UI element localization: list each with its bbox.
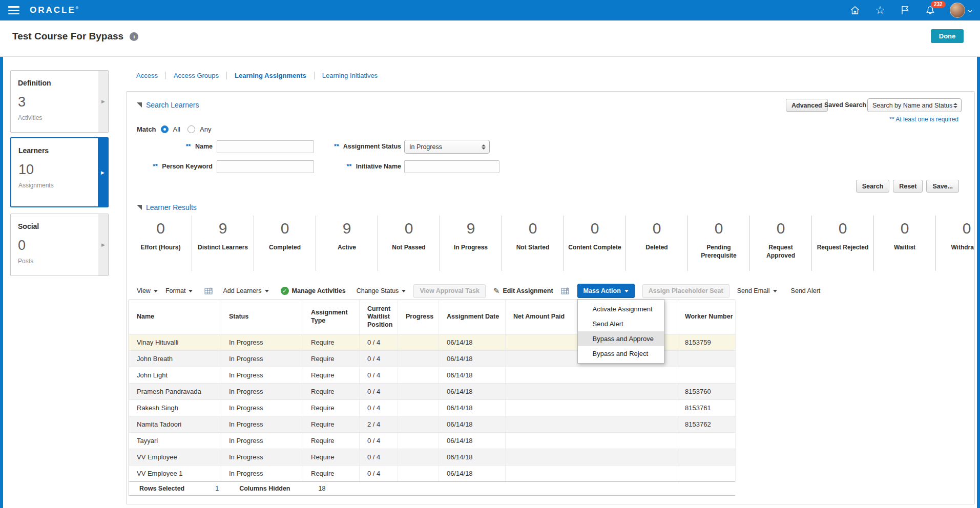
menu-item-activate-assignment[interactable]: Activate Assignment xyxy=(578,302,664,316)
flag-icon[interactable] xyxy=(900,5,911,16)
tab-access-groups[interactable]: Access Groups xyxy=(166,72,226,79)
column-header-current-waitlist-position[interactable]: Current Waitlist Position xyxy=(360,300,398,334)
mass-action-button[interactable]: Mass Action xyxy=(577,284,635,298)
cell-waitlist: 0 / 4 xyxy=(360,465,398,481)
saved-search-label: Saved Search xyxy=(824,101,866,109)
cell-waitlist: 0 / 4 xyxy=(360,383,398,399)
notifications-bell-icon[interactable]: 232 xyxy=(925,5,936,16)
cell-name: VV Employee xyxy=(129,449,221,465)
column-header-progress[interactable]: Progress xyxy=(398,300,439,334)
tab-learning-initiatives[interactable]: Learning Initiatives xyxy=(315,72,385,79)
table-row[interactable]: John LightIn ProgressRequire0 / 406/14/1… xyxy=(129,367,735,383)
cell-name: VV Employee 1 xyxy=(129,465,221,481)
send-email-menu-button[interactable]: Send Email xyxy=(737,287,777,294)
cell-worker xyxy=(677,465,736,481)
match-any-radio[interactable] xyxy=(187,125,195,133)
table-row[interactable]: Rakesh SinghIn ProgressRequire0 / 406/14… xyxy=(129,399,735,416)
cell-name: Pramesh Pandravada xyxy=(129,383,221,399)
sidebar-card-social[interactable]: Social 0 Posts ▶ xyxy=(10,214,109,276)
cell-net-amount xyxy=(506,367,677,383)
user-avatar[interactable] xyxy=(950,3,965,18)
navigation-menu-icon[interactable] xyxy=(8,6,19,14)
tab-access[interactable]: Access xyxy=(136,72,165,79)
freeze-table-icon[interactable] xyxy=(204,287,213,295)
save-button[interactable]: Save... xyxy=(926,180,959,193)
card-expand-arrow-icon[interactable]: ▶ xyxy=(98,138,108,206)
view-approval-task-button[interactable]: View Approval Task xyxy=(413,284,485,298)
card-expand-arrow-icon[interactable]: ▶ xyxy=(98,71,108,132)
change-status-menu-button[interactable]: Change Status xyxy=(357,287,406,294)
manage-activities-button[interactable]: ✓Manage Activities xyxy=(281,287,346,295)
view-menu-button[interactable]: View xyxy=(137,287,158,294)
cell-type: Require xyxy=(303,432,360,449)
menu-item-bypass-and-reject[interactable]: Bypass and Reject xyxy=(578,346,664,361)
cell-name: Rakesh Singh xyxy=(129,399,221,416)
user-menu[interactable] xyxy=(950,3,972,18)
cell-date: 06/14/18 xyxy=(439,465,506,481)
notification-count-badge: 232 xyxy=(931,1,946,8)
match-label: Match xyxy=(137,125,156,133)
reset-button[interactable]: Reset xyxy=(893,180,923,193)
table-row[interactable]: Pramesh PandravadaIn ProgressRequire0 / … xyxy=(129,383,735,399)
search-button[interactable]: Search xyxy=(856,180,890,193)
column-header-assignment-type[interactable]: Assignment Type xyxy=(303,300,360,334)
tile-not-started: 0Not Started xyxy=(502,216,564,271)
info-icon[interactable]: i xyxy=(130,32,138,41)
assign-placeholder-seat-button[interactable]: Assign Placeholder Seat xyxy=(642,284,729,298)
column-header-name[interactable]: Name xyxy=(129,300,221,334)
cell-progress xyxy=(398,432,439,449)
tile-request-rejected: 0Request Rejected xyxy=(811,216,873,271)
sidebar-card-definition[interactable]: Definition 3 Activities ▶ xyxy=(10,70,109,133)
table-row[interactable]: VV EmployeeIn ProgressRequire0 / 406/14/… xyxy=(129,449,735,465)
cell-status: In Progress xyxy=(221,416,303,432)
cell-progress xyxy=(398,367,439,383)
cell-waitlist: 0 / 4 xyxy=(360,334,398,350)
add-learners-menu-button[interactable]: Add Learners xyxy=(223,287,268,294)
column-header-worker-number[interactable]: Worker Number xyxy=(677,300,736,334)
rows-selected-label: Rows Selected xyxy=(139,485,184,492)
cell-net-amount xyxy=(506,383,677,399)
detach-table-icon[interactable] xyxy=(561,287,570,295)
caret-down-icon xyxy=(624,290,629,292)
saved-search-select[interactable]: Search by Name and Status xyxy=(867,98,962,112)
oracle-logo: ORACLE® xyxy=(30,5,78,15)
menu-item-bypass-and-approve[interactable]: Bypass and Approve xyxy=(578,331,664,346)
match-all-radio[interactable] xyxy=(161,125,169,133)
cell-type: Require xyxy=(303,383,360,399)
cell-status: In Progress xyxy=(221,383,303,399)
column-header-assignment-date[interactable]: Assignment Date xyxy=(439,300,506,334)
send-alert-button[interactable]: Send Alert xyxy=(791,287,821,294)
cell-date: 06/14/18 xyxy=(439,416,506,432)
header-divider xyxy=(0,56,980,57)
cell-name: John Light xyxy=(129,367,221,383)
tab-learning-assignments[interactable]: Learning Assignments xyxy=(227,72,314,79)
card-expand-arrow-icon[interactable]: ▶ xyxy=(98,214,108,276)
page-title: Test Course For Bypass xyxy=(12,31,123,42)
cell-progress xyxy=(398,350,439,367)
tile-pending-prerequisite: 0Pending Prerequisite xyxy=(687,216,749,271)
assignment-status-select[interactable]: In Progress xyxy=(404,140,490,154)
table-row[interactable]: VV Employee 1In ProgressRequire0 / 406/1… xyxy=(129,465,735,481)
menu-item-send-alert[interactable]: Send Alert xyxy=(578,316,664,331)
search-learners-section-header[interactable]: Search Learners xyxy=(137,101,199,109)
cell-progress xyxy=(398,399,439,416)
edit-assignment-button[interactable]: ✎Edit Assignment xyxy=(493,286,553,295)
favorites-star-icon[interactable]: ☆ xyxy=(874,5,886,16)
initiative-name-input[interactable] xyxy=(404,160,499,173)
cell-status: In Progress xyxy=(221,432,303,449)
cell-name: Namita Tadoori xyxy=(129,416,221,432)
done-button[interactable]: Done xyxy=(931,29,964,43)
name-field-label: Name xyxy=(195,143,213,150)
format-menu-button[interactable]: Format xyxy=(165,287,193,294)
green-check-icon: ✓ xyxy=(281,287,289,295)
learner-results-section-header[interactable]: Learner Results xyxy=(137,203,197,211)
home-icon[interactable] xyxy=(849,5,861,16)
table-row[interactable]: Namita TadooriIn ProgressRequire2 / 406/… xyxy=(129,416,735,432)
advanced-button[interactable]: Advanced xyxy=(786,99,828,112)
caret-down-icon xyxy=(402,290,406,292)
subtabs: Access Access Groups Learning Assignment… xyxy=(136,72,385,79)
table-row[interactable]: TayyariIn ProgressRequire0 / 406/14/18 xyxy=(129,432,735,449)
sidebar-card-learners[interactable]: Learners 10 Assignments ▶ xyxy=(10,137,109,207)
column-header-status[interactable]: Status xyxy=(221,300,303,334)
cell-net-amount xyxy=(506,432,677,449)
